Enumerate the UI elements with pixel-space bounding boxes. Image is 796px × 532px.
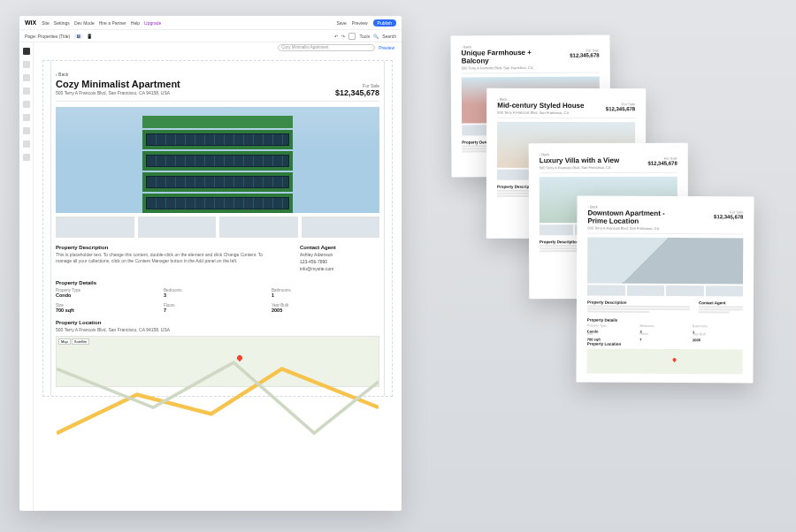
dp-address: 500 Terry A Francois Blvd, San Francisco… xyxy=(462,65,559,71)
map[interactable]: Map Satellite xyxy=(56,336,379,387)
menu-settings[interactable]: Settings xyxy=(54,20,70,26)
mobile-view-icon[interactable]: 📱 xyxy=(87,34,92,39)
thumb-2[interactable] xyxy=(138,217,217,238)
dp-price: $12,345,678 xyxy=(714,214,743,219)
dp-price: $12,345,678 xyxy=(606,106,635,111)
canvas-preview-link[interactable]: Preview xyxy=(379,45,394,50)
detail-value: 1 xyxy=(272,293,379,298)
dp-address: 500 Terry A Francois Blvd, San Francisco… xyxy=(497,110,584,115)
dp-price: $12,345,678 xyxy=(570,52,599,57)
dp-map xyxy=(587,349,743,375)
item-search-input[interactable]: Cozy Minimalist Apartment xyxy=(278,44,375,51)
location-address: 500 Terry A Francois Blvd, San Francisco… xyxy=(56,327,379,332)
dp-address: 500 Terry A Francois Blvd, San Francisco… xyxy=(587,226,685,232)
tools-button[interactable] xyxy=(348,33,356,40)
map-pin-icon xyxy=(672,357,677,362)
tools-label[interactable]: Tools xyxy=(359,34,370,39)
agent-name: Ashley Adamson xyxy=(300,252,379,257)
dp-contact-heading: Contact Agent xyxy=(699,301,743,306)
dp-price: $12,345,678 xyxy=(647,161,677,166)
menu-devmode[interactable]: Dev Mode xyxy=(74,20,95,26)
wix-logo[interactable]: WiX xyxy=(25,19,36,26)
menu-items: Site Settings Dev Mode Hire a Partner He… xyxy=(42,20,161,26)
detail-value: 700 sqft xyxy=(56,308,164,313)
design-icon[interactable] xyxy=(23,74,30,81)
dynamic-pages-stack: ‹ Back Unique Farmhouse + Balcony 500 Te… xyxy=(451,35,769,477)
dp-desc-heading: Property Description xyxy=(587,300,690,306)
desktop-view-icon[interactable]: 🖥 xyxy=(73,34,83,39)
sub-toolbar: Page: Properties (Title) 🖥 📱 ↶ ↷ Tools 🔍… xyxy=(19,30,402,42)
blog-icon[interactable] xyxy=(23,154,30,161)
dp-address: 500 Terry A Francois Blvd, San Francisco… xyxy=(540,165,619,170)
top-menubar: WiX Site Settings Dev Mode Hire a Partne… xyxy=(19,16,402,30)
pages-icon[interactable] xyxy=(23,61,30,68)
details-grid: Property TypeCondo Bedrooms3 Bathrooms1 … xyxy=(56,288,379,313)
dp-title: Downtown Apartment - Prime Location xyxy=(587,209,685,226)
bookings-icon[interactable] xyxy=(23,127,30,134)
publish-button[interactable]: Publish xyxy=(373,19,396,27)
dp-hero-image xyxy=(587,238,743,285)
contact-heading: Contact Agent xyxy=(300,245,379,250)
media-icon[interactable] xyxy=(23,101,30,108)
listing-address: 500 Terry A Francois Blvd, San Francisco… xyxy=(56,90,180,95)
description-heading: Property Description xyxy=(56,245,279,250)
left-rail xyxy=(19,42,34,511)
detail-value: 7 xyxy=(164,308,272,313)
data-icon[interactable] xyxy=(23,114,30,121)
location-heading: Property Location xyxy=(56,320,379,325)
dp-detail-value: 2005 xyxy=(693,338,743,344)
thumb-3[interactable] xyxy=(219,217,298,238)
save-button[interactable]: Save xyxy=(336,20,346,26)
thumb-1[interactable] xyxy=(56,217,134,238)
canvas[interactable]: Cozy Minimalist Apartment Preview ‹ Back… xyxy=(34,42,402,511)
dynamic-page-card: ‹ Back Downtown Apartment - Prime Locati… xyxy=(576,195,754,383)
redo-icon[interactable]: ↷ xyxy=(341,34,345,39)
undo-icon[interactable]: ↶ xyxy=(334,34,338,39)
thumb-4[interactable] xyxy=(302,217,380,238)
store-icon[interactable] xyxy=(23,141,30,148)
menu-upgrade[interactable]: Upgrade xyxy=(144,20,161,26)
dp-details-heading: Property Details xyxy=(587,318,743,323)
apps-icon[interactable] xyxy=(23,87,30,95)
guide-right xyxy=(384,61,385,396)
back-link[interactable]: ‹ Back xyxy=(56,72,379,77)
dp-title: Mid-century Styled House xyxy=(497,102,584,110)
add-icon[interactable] xyxy=(23,48,30,55)
dp-title: Unique Farmhouse + Balcony xyxy=(462,49,559,65)
menu-hire[interactable]: Hire a Partner xyxy=(99,20,126,26)
menu-site[interactable]: Site xyxy=(42,20,50,26)
editor-window: WiX Site Settings Dev Mode Hire a Partne… xyxy=(19,16,402,511)
agent-email: info@mysite.com xyxy=(300,266,379,271)
menu-help[interactable]: Help xyxy=(131,20,140,26)
listing-price: $12,345,678 xyxy=(335,88,379,97)
search-label[interactable]: Search xyxy=(382,34,396,39)
thumbnail-strip[interactable] xyxy=(56,217,379,238)
detail-value: 2005 xyxy=(272,308,379,313)
detail-value: 3 xyxy=(164,293,272,298)
preview-link[interactable]: Preview xyxy=(352,20,368,26)
description-body[interactable]: This is placeholder text. To change this… xyxy=(56,252,279,264)
guide-left xyxy=(50,61,51,396)
dp-title: Luxury Villa with a View xyxy=(540,156,619,165)
details-heading: Property Details xyxy=(56,280,379,285)
page-content[interactable]: ‹ Back Cozy Minimalist Apartment 500 Ter… xyxy=(42,60,393,397)
agent-phone: 123-456-7890 xyxy=(300,259,379,264)
listing-title[interactable]: Cozy Minimalist Apartment xyxy=(56,79,180,89)
page-switcher[interactable]: Page: Properties (Title) xyxy=(25,34,70,39)
search-icon[interactable]: 🔍 xyxy=(373,34,379,39)
detail-value: Condo xyxy=(56,293,164,298)
hero-image[interactable] xyxy=(56,107,379,213)
dp-detail-value: 7 xyxy=(639,338,690,343)
